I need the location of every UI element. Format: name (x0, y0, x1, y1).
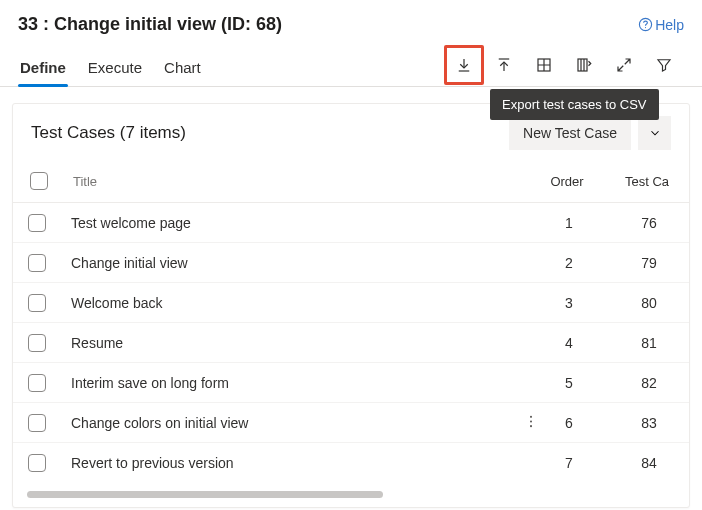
page-title: 33 : Change initial view (ID: 68) (18, 14, 282, 35)
row-order: 7 (529, 455, 609, 471)
row-checkbox[interactable] (28, 254, 46, 272)
row-checkbox[interactable] (28, 414, 46, 432)
select-all-checkbox[interactable] (30, 172, 48, 190)
row-testcase-id: 81 (609, 335, 689, 351)
table-row[interactable]: Welcome back380 (13, 283, 689, 323)
column-options-icon (575, 56, 593, 74)
row-checkbox[interactable] (28, 214, 46, 232)
table-row[interactable]: Revert to previous version784 (13, 443, 689, 483)
panel-title: Test Cases (7 items) (31, 123, 186, 143)
svg-point-4 (530, 415, 532, 417)
table-row[interactable]: Resume481 (13, 323, 689, 363)
row-testcase-id: 83 (609, 415, 689, 431)
row-title[interactable]: Revert to previous version (61, 455, 529, 471)
test-cases-table: Title Order Test Ca Test welcome page176… (13, 160, 689, 483)
row-order: 2 (529, 255, 609, 271)
row-title[interactable]: Test welcome page (61, 215, 529, 231)
svg-point-6 (530, 425, 532, 427)
column-header-title[interactable]: Title (63, 168, 527, 195)
upload-icon (495, 56, 513, 74)
grid-icon (535, 56, 553, 74)
more-vertical-icon (523, 413, 539, 429)
row-order: 4 (529, 335, 609, 351)
column-header-order[interactable]: Order (527, 168, 607, 195)
table-row[interactable]: Change initial view279 (13, 243, 689, 283)
row-order: 5 (529, 375, 609, 391)
row-checkbox[interactable] (28, 374, 46, 392)
export-csv-button[interactable] (444, 45, 484, 85)
table-row[interactable]: Interim save on long form582 (13, 363, 689, 403)
fullscreen-button[interactable] (604, 45, 644, 85)
scrollbar-thumb[interactable] (27, 491, 383, 498)
row-order: 1 (529, 215, 609, 231)
row-checkbox[interactable] (28, 454, 46, 472)
tab-define[interactable]: Define (18, 49, 68, 86)
help-link[interactable]: Help (638, 17, 684, 33)
tab-execute[interactable]: Execute (86, 49, 144, 86)
row-more-button[interactable] (523, 413, 539, 432)
chevron-down-icon (648, 126, 662, 140)
row-title[interactable]: Change initial view (61, 255, 529, 271)
test-cases-panel: Test Cases (7 items) New Test Case Title… (12, 103, 690, 508)
row-title[interactable]: Resume (61, 335, 529, 351)
import-button[interactable] (484, 45, 524, 85)
row-testcase-id: 79 (609, 255, 689, 271)
row-testcase-id: 84 (609, 455, 689, 471)
row-title[interactable]: Welcome back (61, 295, 529, 311)
expand-icon (615, 56, 633, 74)
new-test-case-button[interactable]: New Test Case (509, 116, 631, 150)
help-label: Help (655, 17, 684, 33)
columns-button[interactable] (564, 45, 604, 85)
filter-icon (655, 56, 673, 74)
horizontal-scrollbar[interactable] (27, 489, 675, 501)
table-row[interactable]: Test welcome page176 (13, 203, 689, 243)
tab-bar: Define Execute Chart (18, 43, 203, 86)
svg-point-5 (530, 420, 532, 422)
row-title[interactable]: Change colors on initial view (61, 415, 529, 431)
help-icon (638, 17, 653, 32)
row-checkbox[interactable] (28, 294, 46, 312)
row-order: 6 (529, 415, 609, 431)
download-icon (455, 56, 473, 74)
svg-rect-3 (578, 59, 587, 71)
row-testcase-id: 76 (609, 215, 689, 231)
export-tooltip: Export test cases to CSV (490, 89, 659, 120)
column-header-testcase[interactable]: Test Ca (607, 168, 687, 195)
toolbar: Export test cases to CSV (444, 45, 684, 85)
row-order: 3 (529, 295, 609, 311)
row-testcase-id: 82 (609, 375, 689, 391)
new-test-case-dropdown[interactable] (637, 116, 671, 150)
tab-chart[interactable]: Chart (162, 49, 203, 86)
row-checkbox[interactable] (28, 334, 46, 352)
row-testcase-id: 80 (609, 295, 689, 311)
svg-point-1 (645, 27, 646, 28)
grid-view-button[interactable] (524, 45, 564, 85)
filter-button[interactable] (644, 45, 684, 85)
row-title[interactable]: Interim save on long form (61, 375, 529, 391)
table-row[interactable]: Change colors on initial view683 (13, 403, 689, 443)
